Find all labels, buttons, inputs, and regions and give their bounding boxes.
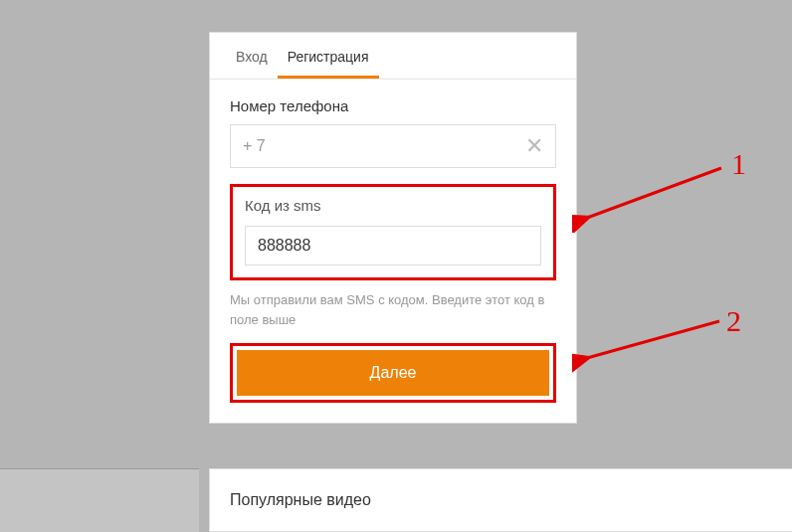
phone-input-row[interactable]: + 7 ✕ [230,124,556,168]
sms-label: Код из sms [245,197,541,214]
tab-register[interactable]: Регистрация [278,33,379,79]
phone-label: Номер телефона [230,97,556,114]
arrow-1-icon [572,163,731,233]
phone-prefix: + 7 [243,137,525,155]
clear-icon[interactable]: ✕ [525,135,543,157]
next-button-highlight: Далее [230,343,556,403]
sms-code-input[interactable] [245,226,541,266]
sms-note: Мы отправили вам SMS с кодом. Введите эт… [230,290,556,329]
sms-code-section: Код из sms [230,184,556,280]
annotation-2: 2 [726,304,741,338]
svg-line-3 [587,321,719,358]
arrow-2-icon [572,316,731,376]
popular-videos-panel: Популярные видео [209,468,792,532]
svg-line-1 [587,168,721,218]
form-content: Номер телефона + 7 ✕ Код из sms Мы отпра… [210,80,576,423]
auth-tabs: Вход Регистрация [210,33,576,80]
lower-left-panel [0,468,199,532]
annotation-1: 1 [731,147,746,181]
next-button[interactable]: Далее [237,350,549,396]
registration-card: Вход Регистрация Номер телефона + 7 ✕ Ко… [209,32,577,424]
popular-videos-title: Популярные видео [230,491,371,509]
lower-section: Популярные видео [0,468,792,532]
tab-login[interactable]: Вход [226,33,278,79]
